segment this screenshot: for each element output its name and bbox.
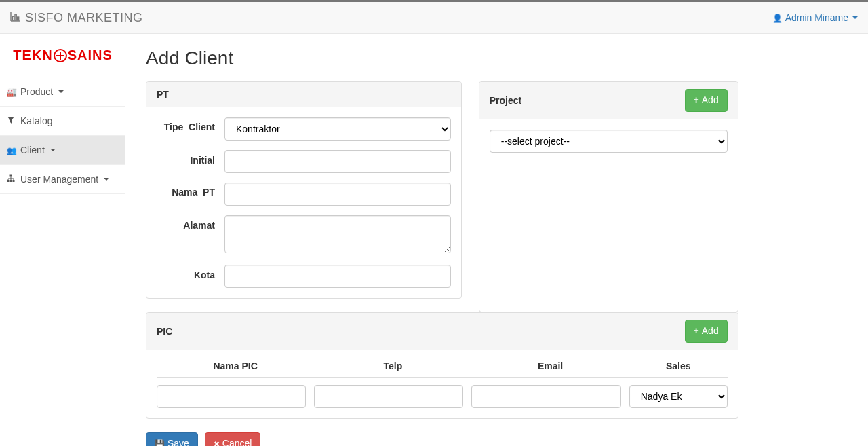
panel-heading-label: PIC [157,326,172,337]
sidebar-item-label: Client [20,145,45,155]
input-kota[interactable] [224,265,451,288]
sidebar-item-katalog[interactable]: Katalog [0,107,125,136]
sidebar-item-label: Katalog [20,115,52,126]
input-initial[interactable] [224,150,451,173]
svg-rect-2 [13,16,14,20]
svg-rect-6 [7,180,9,182]
panel-project-heading: Project Add [479,82,738,119]
caret-down-icon [852,16,858,19]
dashboard-icon [7,87,16,97]
label-initial: Initial [157,150,224,166]
close-icon [214,437,220,446]
svg-rect-8 [13,180,15,182]
input-pic-email[interactable] [471,385,620,408]
save-button[interactable]: Save [146,432,198,446]
label-tipe-client: Tipe Client [157,117,224,132]
plus-icon [694,324,699,338]
label-alamat: Alamat [157,215,224,231]
logo: TEKN SAINS [0,34,125,77]
panel-pic-heading: PIC Add [146,313,738,350]
button-label: Add [702,94,719,107]
textarea-alamat[interactable] [224,215,451,253]
svg-rect-3 [15,14,16,20]
label-kota: Kota [157,265,224,280]
main-content: Add Client PT Tipe Client [125,34,868,446]
form-actions: Save Cancel [146,432,848,446]
add-project-button[interactable]: Add [685,89,728,112]
app-title: SISFO MARKETING [25,11,143,25]
button-label: Cancel [222,437,252,446]
top-navbar: SISFO MARKETING Admin Miname [0,0,868,34]
button-label: Save [167,437,189,446]
svg-rect-5 [10,174,12,176]
panel-pic: PIC Add Nama PIC Telp Email Sales [146,312,738,419]
col-telp: Telp [314,360,471,371]
logo-text-right: SAINS [68,48,113,63]
user-menu[interactable]: Admin Miname [772,12,858,23]
user-icon [772,12,783,23]
page-title: Add Client [146,48,848,69]
svg-rect-4 [18,17,19,20]
input-pic-telp[interactable] [314,385,463,408]
user-name: Admin Miname [785,12,848,23]
add-pic-button[interactable]: Add [685,320,728,343]
pic-table-row: Nadya Ek [157,385,728,408]
app-brand: SISFO MARKETING [10,11,143,25]
caret-down-icon [58,90,64,93]
users-icon [7,145,16,155]
sidebar: TEKN SAINS Product Katalog Client [0,34,125,446]
plus-icon [694,94,699,107]
sidebar-item-product[interactable]: Product [0,77,125,107]
panel-heading-label: Project [490,95,521,106]
cancel-button[interactable]: Cancel [205,432,261,446]
col-nama-pic: Nama PIC [157,360,314,371]
panel-pt: PT Tipe Client Kontraktor [146,81,462,299]
sidebar-item-user-management[interactable]: User Management [0,165,125,194]
caret-down-icon [50,149,56,151]
filter-icon [7,116,16,126]
sidebar-item-client[interactable]: Client [0,136,125,165]
save-icon [155,437,165,446]
label-nama-pt: Nama PT [157,183,224,198]
select-pic-sales[interactable]: Nadya Ek [629,385,728,408]
input-nama-pt[interactable] [224,183,451,206]
panel-project: Project Add --select project-- [479,81,738,312]
button-label: Add [702,324,719,338]
select-project[interactable]: --select project-- [490,130,728,153]
globe-icon [54,49,67,62]
sidebar-item-label: User Management [20,174,98,185]
svg-rect-7 [10,180,12,182]
col-email: Email [471,360,629,371]
panel-heading-label: PT [157,89,169,100]
logo-text-left: TEKN [13,48,52,63]
input-pic-nama[interactable] [157,385,306,408]
sidebar-item-label: Product [20,86,53,97]
col-sales: Sales [629,360,728,371]
caret-down-icon [104,178,109,181]
sitemap-icon [7,174,16,185]
bar-chart-icon [10,11,21,25]
panel-pt-heading: PT [146,82,461,107]
pic-table-header: Nama PIC Telp Email Sales [157,360,728,378]
select-tipe-client[interactable]: Kontraktor [224,117,451,141]
